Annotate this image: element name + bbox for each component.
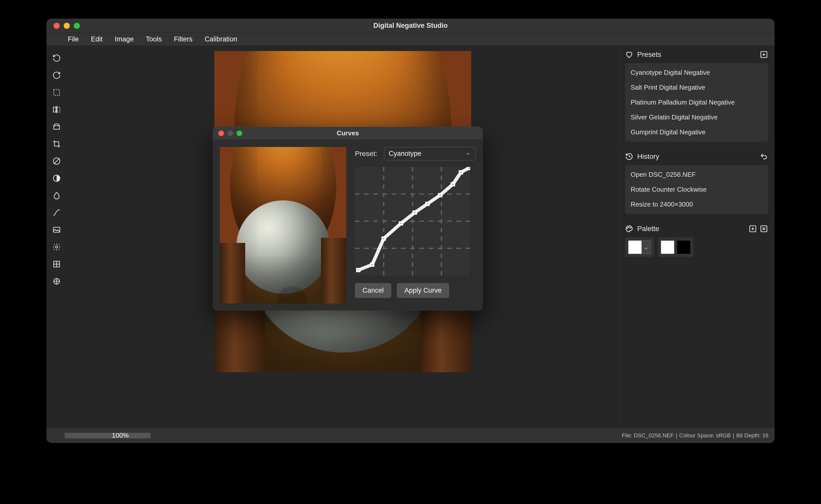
dialog-title: Curves <box>213 129 483 137</box>
history-section: History Open DSC_0256.NEF Rotate Counter… <box>619 148 775 220</box>
rotate-cw-icon[interactable] <box>48 50 65 66</box>
close-window-button[interactable] <box>54 23 60 29</box>
dialog-minimize-button[interactable] <box>228 131 233 136</box>
svg-line-9 <box>54 158 60 164</box>
gear-icon[interactable] <box>48 239 65 255</box>
svg-rect-38 <box>371 263 374 266</box>
image-icon[interactable] <box>48 222 65 238</box>
active-swatch[interactable]: ⌄ <box>625 237 654 257</box>
svg-rect-46 <box>468 167 470 169</box>
target-icon[interactable] <box>48 273 65 289</box>
history-header: History <box>619 148 775 165</box>
svg-rect-44 <box>451 183 454 186</box>
status-file: File: DSC_0256.NEF <box>622 432 674 439</box>
preset-select[interactable]: Cyanotype <box>384 147 476 160</box>
marquee-icon[interactable] <box>48 84 65 100</box>
window-title: Digital Negative Studio <box>46 22 775 30</box>
palette-title: Palette <box>637 225 659 233</box>
svg-rect-45 <box>459 171 462 173</box>
chevron-down-icon: ⌄ <box>642 244 651 250</box>
crop-icon[interactable] <box>48 136 65 152</box>
status-info: File: DSC_0256.NEF | Colour Space: sRGB … <box>622 432 768 439</box>
apply-curve-button[interactable]: Apply Curve <box>397 283 449 298</box>
svg-rect-40 <box>400 222 402 224</box>
heart-icon <box>625 51 633 59</box>
curves-dialog: Curves Preset: Cyanotype <box>213 127 483 311</box>
palette-section: Palette ⌄ <box>619 220 775 263</box>
dialog-maximize-button[interactable] <box>237 131 242 136</box>
cancel-button[interactable]: Cancel <box>355 283 391 298</box>
minimize-window-button[interactable] <box>64 23 70 29</box>
history-icon <box>625 153 633 161</box>
svg-rect-43 <box>439 194 442 196</box>
right-panel: Presets Cyanotype Digital Negative Salt … <box>619 46 775 428</box>
add-swatch-button[interactable] <box>748 224 757 233</box>
svg-rect-11 <box>53 227 60 232</box>
svg-rect-4 <box>54 126 60 129</box>
preset-item[interactable]: Salt Print Digital Negative <box>625 80 768 95</box>
preset-value: Cyanotype <box>389 150 421 158</box>
preset-item[interactable]: Cyanotype Digital Negative <box>625 65 768 80</box>
presets-header: Presets <box>619 46 775 63</box>
svg-rect-1 <box>53 107 56 112</box>
preset-row: Preset: Cyanotype <box>355 147 476 160</box>
preset-label: Preset: <box>355 150 377 158</box>
swatch-pair <box>658 237 693 257</box>
droplet-icon[interactable] <box>48 187 65 204</box>
dialog-close-button[interactable] <box>219 131 224 136</box>
history-title: History <box>637 153 659 161</box>
titlebar: Digital Negative Studio <box>46 19 775 33</box>
add-preset-button[interactable] <box>759 50 768 59</box>
maximize-window-button[interactable] <box>74 23 80 29</box>
progress-bar: 100% <box>65 433 176 438</box>
svg-rect-37 <box>357 269 360 271</box>
menu-edit[interactable]: Edit <box>91 35 103 43</box>
presets-list: Cyanotype Digital Negative Salt Print Di… <box>625 63 768 142</box>
presets-section: Presets Cyanotype Digital Negative Salt … <box>619 46 775 148</box>
dialog-titlebar: Curves <box>213 127 483 140</box>
menubar: File Edit Image Tools Filters Calibratio… <box>46 33 775 46</box>
history-list: Open DSC_0256.NEF Rotate Counter Clockwi… <box>625 165 768 214</box>
history-item[interactable]: Rotate Counter Clockwise <box>625 182 768 197</box>
delete-swatch-button[interactable] <box>759 224 768 233</box>
menu-file[interactable]: File <box>68 35 79 43</box>
swatch-black[interactable] <box>677 241 690 254</box>
menu-tools[interactable]: Tools <box>146 35 162 43</box>
menu-calibration[interactable]: Calibration <box>205 35 237 43</box>
flip-icon[interactable] <box>48 102 65 118</box>
preset-item[interactable]: Gumprint Digital Negative <box>625 125 768 140</box>
main-window: Digital Negative Studio File Edit Image … <box>46 19 775 443</box>
svg-rect-2 <box>57 107 60 112</box>
rotate-ccw-icon[interactable] <box>48 67 65 83</box>
preset-item[interactable]: Platinum Palladium Digital Negative <box>625 95 768 110</box>
preset-item[interactable]: Silver Gelatin Digital Negative <box>625 110 768 125</box>
curve-icon[interactable] <box>48 205 65 221</box>
history-item[interactable]: Resize to 2400×3000 <box>625 197 768 212</box>
swatch-white[interactable] <box>661 241 674 254</box>
curve-editor[interactable] <box>355 167 470 275</box>
svg-point-12 <box>56 246 58 248</box>
undo-button[interactable] <box>759 152 768 161</box>
svg-rect-41 <box>414 211 416 214</box>
menu-filters[interactable]: Filters <box>174 35 192 43</box>
traffic-lights <box>46 23 80 29</box>
palette-row: ⌄ <box>625 237 768 257</box>
grid-icon[interactable] <box>48 256 65 272</box>
svg-rect-42 <box>426 203 429 205</box>
contrast-icon[interactable] <box>48 170 65 186</box>
status-bitdepth: Bit Depth: 16 <box>736 432 768 439</box>
svg-rect-39 <box>382 237 385 240</box>
desaturate-icon[interactable] <box>48 153 65 169</box>
chevron-down-icon <box>465 151 471 157</box>
history-item[interactable]: Open DSC_0256.NEF <box>625 167 768 182</box>
status-colourspace: Colour Space: sRGB <box>679 432 731 439</box>
svg-point-24 <box>630 228 631 228</box>
toolstrip <box>46 46 67 428</box>
swatch-white <box>629 241 642 254</box>
palette-icon <box>625 225 633 233</box>
curves-preview <box>220 147 346 304</box>
svg-rect-0 <box>54 90 60 95</box>
perspective-icon[interactable] <box>48 119 65 135</box>
menu-image[interactable]: Image <box>115 35 134 43</box>
statusbar: 100% File: DSC_0256.NEF | Colour Space: … <box>46 428 775 443</box>
